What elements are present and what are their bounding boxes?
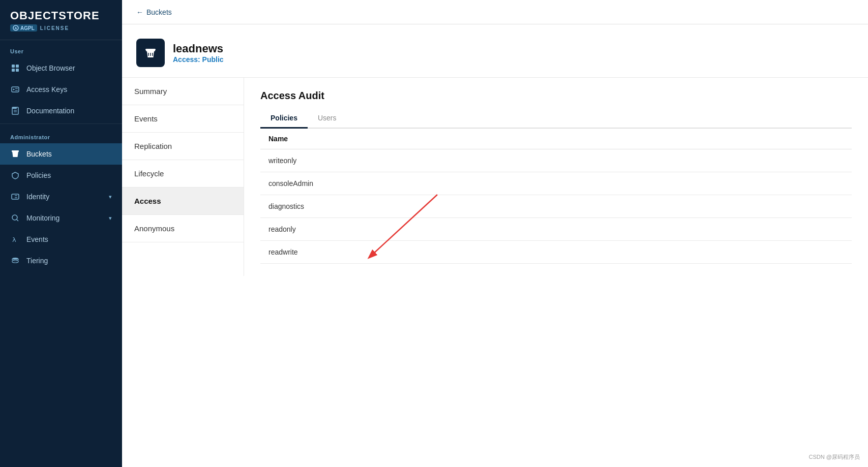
table-cell-consoleadmin: consoleAdmin — [260, 172, 852, 195]
events-label: Events — [26, 235, 48, 243]
sidebar-item-policies[interactable]: Policies — [0, 165, 122, 186]
sidebar-item-identity[interactable]: Identity ▾ — [0, 186, 122, 207]
svg-rect-2 — [12, 65, 15, 68]
bucket-body: Summary Events Replication Lifecycle Acc… — [122, 77, 868, 276]
monitoring-chevron-icon: ▾ — [109, 215, 112, 222]
sidebar-item-buckets[interactable]: Buckets — [0, 143, 122, 165]
logo-store: STORE — [58, 9, 99, 22]
monitoring-label: Monitoring — [26, 214, 59, 222]
sidebar-item-events[interactable]: λ Events — [0, 229, 122, 250]
bucket-nav-summary[interactable]: Summary — [122, 78, 244, 105]
documentation-label: Documentation — [26, 107, 74, 115]
table-row[interactable]: consoleAdmin — [260, 172, 852, 195]
main-content: ← Buckets leadnews Access: — [122, 0, 868, 467]
content-area: leadnews Access: Public Summary Events R… — [122, 24, 868, 467]
table-row[interactable]: readonly — [260, 218, 852, 241]
bucket-nav-access[interactable]: Access — [122, 188, 244, 215]
access-keys-label: Access Keys — [26, 85, 67, 94]
agpl-badge: A AGPL — [10, 24, 37, 32]
svg-point-22 — [12, 258, 18, 260]
nav-access-label: Access — [134, 197, 161, 205]
bucket-nav-lifecycle[interactable]: Lifecycle — [122, 160, 244, 188]
access-value: Public — [202, 55, 224, 64]
bucket-nav-replication[interactable]: Replication — [122, 133, 244, 160]
sidebar-item-documentation[interactable]: Documentation — [0, 100, 122, 121]
bucket-header: leadnews Access: Public — [122, 24, 868, 77]
app-title: OBJECTSTORE — [10, 9, 112, 22]
policy-table: Name writeonly consoleAdmin diagnostics — [260, 129, 852, 264]
logo-sub: A AGPL LICENSE — [10, 24, 112, 32]
bucket-panel: Access Audit Policies Users Name — [244, 78, 868, 276]
tab-policies-label: Policies — [271, 114, 297, 122]
identity-icon — [10, 192, 20, 202]
panel-title: Access Audit — [260, 90, 852, 102]
sidebar-item-object-browser[interactable]: Object Browser — [0, 57, 122, 79]
watermark: CSDN @尿码程序员 — [809, 453, 860, 461]
svg-text:λ: λ — [12, 236, 16, 243]
tab-policies[interactable]: Policies — [260, 110, 308, 129]
grid-icon — [10, 63, 20, 73]
table-cell-readonly: readonly — [260, 218, 852, 241]
nav-lifecycle-label: Lifecycle — [134, 169, 164, 178]
bucket-info: leadnews Access: Public — [173, 42, 224, 64]
nav-summary-label: Summary — [134, 87, 167, 96]
identity-chevron-icon: ▾ — [109, 194, 112, 200]
sidebar-item-access-keys[interactable]: Access Keys — [0, 79, 122, 100]
back-arrow-icon: ← — [136, 8, 143, 16]
id-card-icon — [10, 84, 20, 95]
table-header-name: Name — [260, 129, 852, 149]
svg-rect-4 — [12, 69, 15, 72]
tabs-container: Policies Users — [260, 110, 852, 129]
breadcrumb-label: Buckets — [146, 8, 172, 16]
events-icon: λ — [10, 234, 20, 244]
table-cell-diagnostics: diagnostics — [260, 195, 852, 218]
svg-point-7 — [13, 89, 15, 90]
nav-anonymous-label: Anonymous — [134, 224, 174, 233]
table-row[interactable]: readwrite — [260, 241, 852, 264]
bucket-access: Access: Public — [173, 55, 224, 64]
tiering-icon — [10, 256, 20, 266]
agpl-icon: A — [13, 25, 19, 31]
tab-users-label: Users — [318, 114, 337, 122]
bucket-svg-icon — [143, 46, 158, 60]
bucket-header-icon — [136, 39, 165, 67]
sidebar-item-monitoring[interactable]: Monitoring ▾ — [0, 207, 122, 229]
license-text: LICENSE — [40, 25, 69, 31]
agpl-text: AGPL — [20, 25, 35, 31]
tiering-label: Tiering — [26, 257, 48, 265]
bucket-nav-events[interactable]: Events — [122, 105, 244, 133]
shield-icon — [10, 170, 20, 180]
admin-section-label: Administrator — [0, 126, 122, 143]
doc-icon — [10, 106, 20, 116]
bucket-nav: Summary Events Replication Lifecycle Acc… — [122, 78, 244, 276]
sidebar-divider-1 — [0, 123, 122, 124]
svg-rect-14 — [12, 150, 19, 152]
table-cell-readwrite: readwrite — [260, 241, 852, 264]
nav-events-label: Events — [134, 114, 158, 123]
table-row[interactable]: diagnostics — [260, 195, 852, 218]
table-row[interactable]: writeonly — [260, 149, 852, 172]
bucket-icon — [10, 149, 20, 159]
svg-rect-5 — [16, 69, 19, 72]
bucket-nav-anonymous[interactable]: Anonymous — [122, 215, 244, 242]
svg-rect-3 — [16, 65, 19, 68]
tab-users[interactable]: Users — [308, 110, 347, 129]
topbar: ← Buckets — [122, 0, 868, 24]
svg-rect-24 — [145, 49, 156, 50]
monitoring-icon — [10, 213, 20, 223]
sidebar-item-tiering[interactable]: Tiering — [0, 250, 122, 271]
svg-point-19 — [12, 215, 17, 220]
svg-rect-6 — [12, 87, 19, 92]
access-label-text: Access: — [173, 55, 200, 64]
bucket-name: leadnews — [173, 42, 224, 55]
object-browser-label: Object Browser — [26, 64, 75, 72]
logo-area: OBJECTSTORE A AGPL LICENSE — [0, 0, 122, 40]
policies-label: Policies — [26, 171, 51, 179]
user-section-label: User — [0, 40, 122, 57]
svg-rect-15 — [12, 194, 19, 199]
buckets-label: Buckets — [26, 150, 52, 158]
svg-line-20 — [17, 220, 18, 221]
nav-replication-label: Replication — [134, 142, 172, 150]
logo-obj: OBJECT — [10, 9, 58, 22]
breadcrumb-back-link[interactable]: ← Buckets — [136, 8, 172, 16]
